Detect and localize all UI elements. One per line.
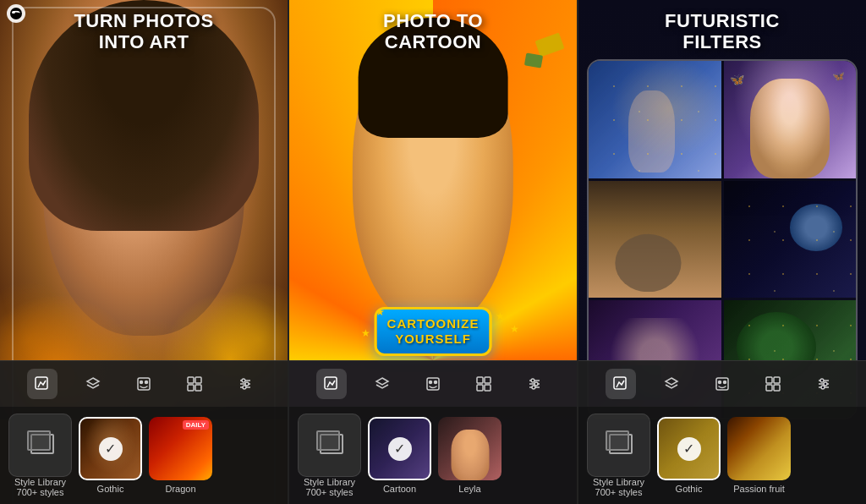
svg-rect-4	[188, 377, 194, 383]
panel2-cartoon[interactable]: ✓ Cartoon	[368, 417, 431, 494]
panel3-gothic[interactable]: ✓ Gothic	[657, 417, 721, 494]
svg-rect-34	[766, 385, 772, 391]
cartoonize-bubble: CARTOONIZE YOURSELF	[375, 307, 492, 356]
svg-point-11	[242, 379, 245, 382]
svg-point-3	[145, 381, 148, 384]
panel3-title-line1: FUTURISTIC	[578, 10, 866, 31]
gothic-selected-overlay-3: ✓	[659, 419, 719, 479]
panel2-leyla[interactable]: Leyla	[438, 417, 502, 494]
svg-rect-21	[485, 385, 491, 391]
cartoon-selected-overlay: ✓	[370, 419, 430, 479]
svg-point-27	[532, 386, 535, 389]
grid-photo-2: 🦋 🦋	[724, 61, 857, 178]
passion-fruit-label: Passion fruit	[733, 484, 785, 494]
leyla-thumbnail	[438, 417, 502, 480]
svg-rect-5	[195, 377, 201, 383]
panel3-title-line2: FILTERS	[578, 31, 866, 52]
panel3-passion-fruit[interactable]: Passion fruit	[727, 417, 791, 494]
svg-rect-18	[477, 377, 483, 383]
style-library-icon-2	[316, 430, 343, 457]
panel2-style-thumbs: Style Library 700+ styles ✓ Cartoon	[289, 407, 577, 504]
panel3-bottom: Style Library 700+ styles ✓ Gothic	[578, 360, 866, 504]
adjust-icon-btn-3[interactable]	[808, 369, 839, 399]
adjust-icon-btn[interactable]	[230, 369, 260, 399]
svg-point-39	[820, 379, 824, 382]
svg-point-13	[243, 386, 246, 389]
photo1-stars	[589, 61, 721, 178]
svg-point-30	[719, 381, 721, 384]
dragon-label: Dragon	[165, 484, 195, 494]
style-library-sublabel-2: 700+ styles	[306, 487, 354, 497]
panel3-style-library[interactable]: Style Library 700+ styles	[587, 414, 650, 497]
star-1: ★	[375, 306, 385, 318]
collage-icon-btn-3[interactable]	[758, 369, 788, 399]
style-library-sublabel-3: 700+ styles	[595, 487, 643, 497]
panel2-style-library[interactable]: Style Library 700+ styles	[298, 414, 361, 497]
style-library-label-3: Style Library	[593, 477, 644, 487]
dragon-thumbnail: DAILY	[149, 417, 212, 480]
svg-rect-33	[774, 377, 780, 383]
leyla-face	[451, 430, 489, 480]
collage-icon-btn[interactable]	[179, 369, 210, 399]
svg-point-12	[245, 382, 249, 386]
edit-icon-btn-2[interactable]	[316, 369, 347, 399]
layers-icon-btn[interactable]	[78, 369, 108, 399]
photo2-bg	[724, 61, 857, 178]
face-icon-btn-3[interactable]	[707, 369, 737, 399]
panel1-style-thumbs: Style Library 700+ styles ✓ Gothic DAIL	[0, 407, 288, 504]
gothic-checkmark-3: ✓	[677, 437, 701, 461]
panel1-gothic[interactable]: ✓ Gothic	[79, 417, 142, 494]
layers-icon-btn-2[interactable]	[367, 369, 397, 399]
panel2-title-line2: CARTOON	[289, 31, 577, 52]
edit-icon-btn[interactable]	[27, 369, 58, 399]
cartoon-checkmark: ✓	[388, 437, 412, 461]
svg-point-31	[724, 381, 726, 384]
star-3: ★	[361, 327, 370, 339]
svg-point-25	[531, 379, 534, 382]
panel-cartoon: CARTOONIZE YOURSELF ★ ★ ★ ★ PHOTO TO CAR…	[289, 0, 578, 504]
style-library-sublabel: 700+ styles	[17, 487, 64, 497]
panel3-toolbar	[578, 360, 866, 407]
panel3-title: FUTURISTIC FILTERS	[578, 10, 866, 53]
style-library-thumbnail	[8, 414, 72, 477]
svg-rect-7	[195, 385, 201, 391]
style-library-thumbnail-3	[587, 414, 650, 477]
panel1-title-line1: TURN PHOTOS	[0, 10, 288, 31]
svg-point-17	[435, 381, 437, 384]
oculus-icon	[10, 8, 22, 19]
face-icon-btn-2[interactable]	[418, 369, 448, 399]
grid-photo-1	[589, 61, 721, 178]
gothic-thumbnail: ✓	[79, 417, 142, 480]
panel2-title-line1: PHOTO TO	[289, 10, 577, 31]
leyla-label: Leyla	[458, 484, 480, 494]
gothic-thumbnail-3: ✓	[657, 417, 721, 480]
edit-icon-btn-3[interactable]	[606, 369, 636, 399]
face-icon-btn[interactable]	[129, 369, 159, 399]
style-library-thumbnail-2	[298, 414, 361, 477]
svg-rect-35	[774, 385, 780, 391]
cartoonize-line2: YOURSELF	[387, 331, 480, 347]
collage-icon-btn-2[interactable]	[469, 369, 499, 399]
gothic-label-3: Gothic	[676, 484, 703, 494]
star-4: ★	[510, 323, 519, 335]
panel-futuristic: 🦋 🦋	[578, 0, 866, 504]
svg-rect-20	[477, 385, 483, 391]
panel3-style-thumbs: Style Library 700+ styles ✓ Gothic	[578, 407, 866, 504]
panel2-toolbar	[289, 360, 577, 407]
svg-rect-6	[188, 385, 194, 391]
panel1-dragon[interactable]: DAILY Dragon	[149, 417, 212, 494]
style-library-label-2: Style Library	[304, 477, 355, 487]
panel1-bottom: Style Library 700+ styles ✓ Gothic DAIL	[0, 360, 288, 504]
panel1-title: TURN PHOTOS INTO ART	[0, 10, 288, 53]
gothic-checkmark: ✓	[99, 437, 123, 461]
svg-point-2	[140, 381, 143, 384]
panel1-style-library[interactable]: Style Library 700+ styles	[8, 414, 72, 497]
grid-photo-3	[589, 181, 721, 299]
layers-icon-btn-3[interactable]	[656, 369, 687, 399]
svg-point-16	[430, 381, 432, 384]
gothic-selected-overlay: ✓	[80, 419, 140, 479]
butterfly-2: 🦋	[832, 70, 845, 82]
star-2: ★	[496, 310, 505, 322]
adjust-icon-btn-2[interactable]	[519, 369, 550, 399]
style-library-label: Style Library	[14, 477, 66, 487]
